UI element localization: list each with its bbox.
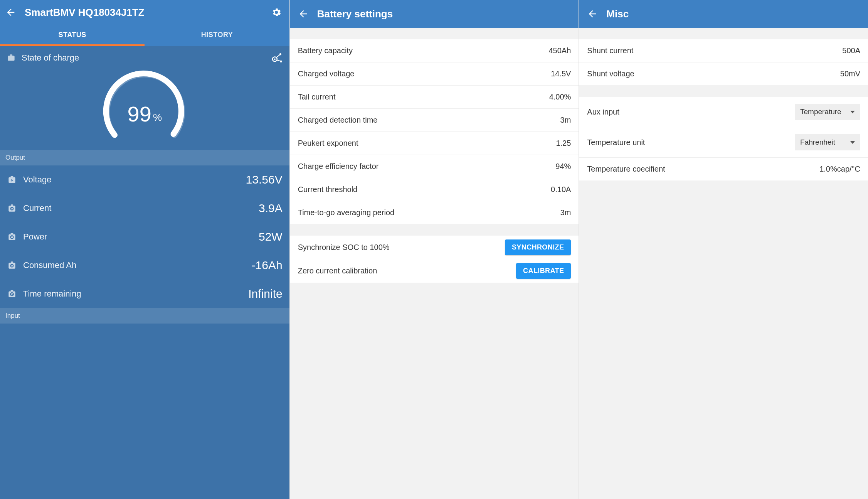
misc-panel: Misc Shunt current500AShunt voltage50mV … [579, 0, 868, 499]
setting-charged-voltage[interactable]: Charged voltage14.5V [290, 62, 579, 86]
misc-list-2: Aux inputTemperatureTemperature unitFahr… [579, 97, 868, 180]
svg-rect-0 [8, 56, 14, 61]
zero-current-calibrate-button[interactable]: CALIBRATE [516, 263, 571, 279]
gear-icon [271, 7, 282, 18]
setting-value: 500A [842, 46, 860, 55]
arrow-left-icon [587, 8, 598, 19]
battery-icon [6, 53, 16, 63]
battery-settings-list: Battery capacity450AhCharged voltage14.5… [290, 39, 579, 224]
back-button[interactable] [585, 7, 599, 21]
metric-label: Consumed Ah [23, 260, 246, 270]
setting-shunt-current[interactable]: Shunt current500A [579, 39, 868, 62]
setting-label: Aux input [587, 108, 790, 116]
setting-value: 1.25 [556, 139, 571, 148]
setting-label: Shunt voltage [587, 69, 835, 78]
misc-title: Misc [606, 8, 862, 20]
svg-rect-15 [11, 233, 13, 234]
select-value: Fahrenheit [800, 138, 835, 147]
setting-charge-efficiency-factor[interactable]: Charge efficiency factor94% [290, 155, 579, 178]
setting-shunt-voltage[interactable]: Shunt voltage50mV [579, 62, 868, 85]
metric-time-remaining[interactable]: Time remainingInfinite [0, 280, 289, 308]
metric-consumed-ah[interactable]: Consumed Ah-16Ah [0, 251, 289, 280]
metric-value: 13.56V [246, 173, 283, 186]
setting-temperature-coef[interactable]: Temperature coecifient1.0%cap/°C [579, 158, 868, 180]
soc-value-unit: % [153, 111, 162, 123]
metric-label: Voltage [23, 175, 240, 185]
status-panel: SmartBMV HQ18034J1TZ STATUS HISTORY Stat… [0, 0, 289, 499]
action-synchronize-soc: Synchronize SOC to 100%SYNCHRONIZE [290, 236, 579, 259]
action-label: Zero current calibration [298, 266, 511, 275]
svg-point-3 [274, 59, 276, 60]
battery-settings-title: Battery settings [317, 8, 573, 20]
metric-value: 52W [259, 230, 283, 243]
network-icon [270, 51, 283, 64]
section-output: Output [0, 150, 289, 165]
metric-value: Infinite [248, 287, 282, 300]
setting-battery-capacity[interactable]: Battery capacity450Ah [290, 39, 579, 62]
aux-input-select[interactable]: Temperature [795, 104, 860, 120]
setting-temperature-unit: Temperature unitFahrenheit [579, 127, 868, 158]
setting-label: Temperature coecifient [587, 165, 815, 174]
soc-header: State of charge [0, 46, 289, 67]
metric-power[interactable]: Power52W [0, 223, 289, 251]
arrow-left-icon [5, 7, 16, 18]
settings-button[interactable] [269, 5, 283, 19]
target-icon [7, 260, 17, 270]
metric-current[interactable]: Current3.9A [0, 194, 289, 223]
setting-value: 3m [560, 116, 571, 125]
battery-settings-panel: Battery settings Battery capacity450AhCh… [289, 0, 579, 499]
synchronize-soc-button[interactable]: SYNCHRONIZE [505, 239, 571, 255]
setting-value: 450Ah [549, 46, 571, 55]
action-label: Synchronize SOC to 100% [298, 243, 500, 252]
setting-label: Time-to-go averaging period [298, 208, 556, 217]
svg-line-5 [277, 60, 281, 61]
setting-current-threshold[interactable]: Current threshold0.10A [290, 178, 579, 201]
status-appbar: SmartBMV HQ18034J1TZ [0, 0, 289, 25]
metric-value: 3.9A [259, 202, 283, 215]
arrow-left-icon [298, 8, 309, 19]
svg-point-21 [12, 265, 12, 266]
select-value: Temperature [800, 108, 841, 116]
svg-point-7 [280, 61, 282, 62]
clock-icon [7, 289, 17, 299]
svg-line-4 [276, 55, 280, 58]
setting-peukert-exponent[interactable]: Peukert exponent1.25 [290, 132, 579, 155]
back-button[interactable] [296, 7, 310, 21]
setting-value: 50mV [840, 69, 860, 78]
soc-value: 99 % [94, 67, 195, 145]
metric-label: Power [23, 232, 252, 242]
metric-voltage[interactable]: Voltage13.56V [0, 165, 289, 194]
setting-label: Temperature unit [587, 138, 790, 147]
setting-value: 1.0%cap/°C [819, 165, 860, 174]
misc-list-1: Shunt current500AShunt voltage50mV [579, 39, 868, 85]
tab-history[interactable]: HISTORY [145, 25, 289, 46]
setting-ttg-averaging-period[interactable]: Time-to-go averaging period3m [290, 201, 579, 224]
setting-value: 14.5V [551, 69, 571, 78]
battery-settings-appbar: Battery settings [290, 0, 579, 28]
svg-rect-19 [11, 261, 13, 263]
metric-label: Time remaining [23, 289, 242, 299]
temperature-unit-select[interactable]: Fahrenheit [795, 134, 860, 150]
caret-down-icon [850, 111, 855, 113]
svg-point-13 [12, 208, 12, 209]
setting-tail-current[interactable]: Tail current4.00% [290, 86, 579, 109]
setting-label: Battery capacity [298, 46, 544, 55]
section-input: Input [0, 308, 289, 324]
setting-label: Tail current [298, 93, 545, 101]
setting-label: Shunt current [587, 46, 838, 55]
setting-label: Charge efficiency factor [298, 162, 551, 171]
power-icon [7, 232, 17, 242]
setting-value: 94% [555, 162, 571, 171]
bolt-icon [7, 175, 17, 185]
target-icon [7, 203, 17, 213]
svg-point-6 [279, 53, 281, 55]
back-button[interactable] [4, 5, 18, 19]
setting-label: Current threshold [298, 185, 546, 194]
caret-down-icon [850, 141, 855, 144]
soc-value-num: 99 [128, 101, 151, 126]
svg-rect-23 [11, 290, 13, 291]
tab-status[interactable]: STATUS [0, 25, 145, 46]
setting-charged-detection-time[interactable]: Charged detection time3m [290, 109, 579, 132]
metrics-list: Voltage13.56VCurrent3.9APower52WConsumed… [0, 165, 289, 308]
svg-rect-14 [8, 234, 15, 240]
